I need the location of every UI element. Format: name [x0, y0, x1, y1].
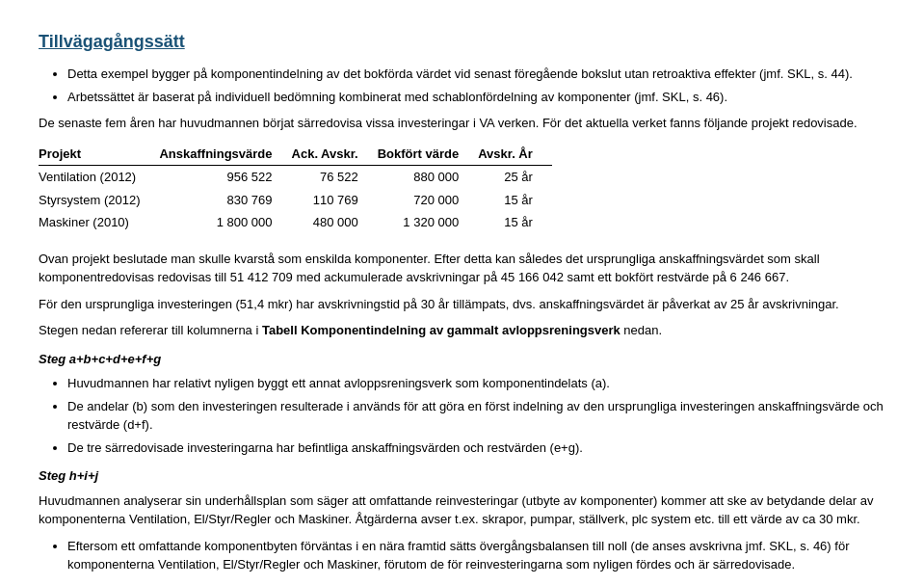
table-cell: 956 522: [159, 166, 291, 189]
paragraph-after-table: Ovan projekt beslutade man skulle kvarst…: [39, 250, 885, 287]
table-row: Maskiner (2010)1 800 000480 0001 320 000…: [39, 211, 552, 234]
table-cell: 15 år: [478, 211, 552, 234]
table-cell: 830 769: [159, 189, 291, 212]
table-cell: 880 000: [378, 166, 479, 189]
section-b-bullet-1: Eftersom ett omfattande komponentbyten f…: [67, 537, 885, 574]
section-a-heading: Steg a+b+c+d+e+f+g: [39, 350, 885, 369]
projects-table: Projekt Anskaffningsvärde Ack. Avskr. Bo…: [39, 143, 552, 234]
stegen-suffix: nedan.: [620, 323, 662, 337]
table-cell: Ventilation (2012): [39, 166, 159, 189]
col-header-ackavskr: Ack. Avskr.: [292, 143, 378, 166]
table-cell: Maskiner (2010): [39, 211, 159, 234]
col-header-avskrar: Avskr. År: [478, 143, 552, 166]
stegen-bold: Tabell Komponentindelning av gammalt avl…: [262, 323, 620, 337]
section-b-paragraph: Huvudmannen analyserar sin underhållspla…: [39, 492, 885, 529]
paragraph-stegen: Stegen nedan refererar till kolumnerna i…: [39, 321, 885, 340]
section-a-bullet-2: De andelar (b) som den investeringen res…: [67, 397, 885, 435]
table-cell: 1 320 000: [378, 211, 479, 234]
section-a-bullet-1: Huvudmannen har relativt nyligen byggt e…: [67, 374, 885, 393]
section-b-heading: Steg h+i+j: [39, 466, 885, 486]
section-a: Steg a+b+c+d+e+f+g Huvudmannen har relat…: [39, 350, 885, 458]
col-header-anskaffning: Anskaffningsvärde: [159, 143, 291, 166]
section-a-list: Huvudmannen har relativt nyligen byggt e…: [67, 374, 885, 457]
section-b-list: Eftersom ett omfattande komponentbyten f…: [67, 537, 885, 574]
col-header-bokfort: Bokfört värde: [378, 143, 479, 166]
intro-item-2: Arbetssättet är baserat på individuell b…: [67, 88, 885, 107]
table-cell: 76 522: [292, 166, 378, 189]
table-cell: 480 000: [292, 211, 378, 234]
table-cell: 110 769: [292, 189, 378, 212]
section-b: Steg h+i+j Huvudmannen analyserar sin un…: [39, 466, 885, 574]
section-a-bullet-3: De tre särredovisade investeringarna har…: [67, 439, 885, 458]
col-header-projekt: Projekt: [39, 143, 159, 166]
table-cell: 720 000: [378, 189, 479, 212]
table-cell: 1 800 000: [159, 211, 291, 234]
page-title: Tillvägagångssätt: [39, 29, 885, 55]
intro-list: Detta exempel bygger på komponentindelni…: [67, 65, 885, 106]
table-cell: 25 år: [478, 166, 552, 189]
stegen-prefix: Stegen nedan refererar till kolumnerna i: [39, 323, 262, 337]
paragraph-avskrivning: För den ursprungliga investeringen (51,4…: [39, 295, 885, 314]
table-row: Styrsystem (2012)830 769110 769720 00015…: [39, 189, 552, 212]
table-cell: Styrsystem (2012): [39, 189, 159, 212]
table-cell: 15 år: [478, 189, 552, 212]
intro-para-3: De senaste fem åren har huvudmannen börj…: [39, 114, 885, 133]
table-row: Ventilation (2012)956 52276 522880 00025…: [39, 166, 552, 189]
intro-item-1: Detta exempel bygger på komponentindelni…: [67, 65, 885, 84]
